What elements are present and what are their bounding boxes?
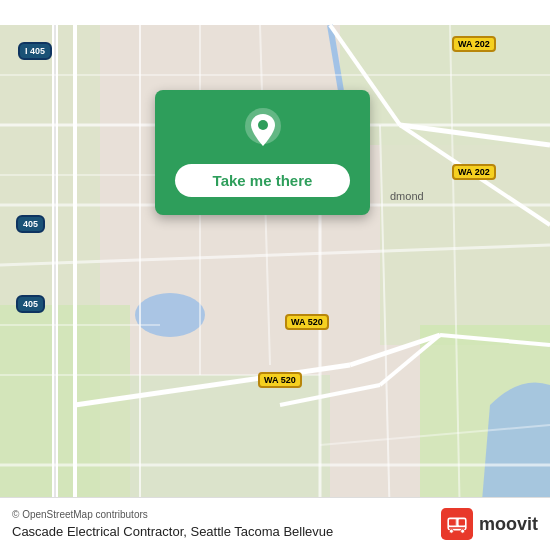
- svg-point-7: [135, 293, 205, 337]
- map-background: dmond: [0, 0, 550, 550]
- svg-rect-39: [449, 519, 455, 525]
- place-name: Cascade Electrical Contractor, Seattle T…: [12, 524, 333, 539]
- take-me-there-button[interactable]: Take me there: [175, 164, 350, 197]
- moovit-icon: [441, 508, 473, 540]
- bottom-info: © OpenStreetMap contributors Cascade Ele…: [12, 509, 333, 539]
- svg-rect-40: [459, 519, 465, 525]
- wa520-badge-lower: WA 520: [258, 372, 302, 388]
- svg-point-42: [449, 529, 453, 533]
- svg-point-36: [258, 120, 268, 130]
- wa520-badge-upper: WA 520: [285, 314, 329, 330]
- bottom-bar: © OpenStreetMap contributors Cascade Ele…: [0, 497, 550, 550]
- svg-rect-44: [455, 519, 456, 525]
- map-attribution: © OpenStreetMap contributors: [12, 509, 333, 520]
- i405-badge-mid: 405: [16, 215, 45, 233]
- wa202-badge-mid: WA 202: [452, 164, 496, 180]
- svg-point-43: [461, 529, 465, 533]
- i405-badge-top: I 405: [18, 42, 52, 60]
- moovit-logo: moovit: [441, 508, 538, 540]
- moovit-label: moovit: [479, 514, 538, 535]
- map-container: dmond I 405 405 405 WA 202 WA 202 WA 520…: [0, 0, 550, 550]
- svg-rect-41: [449, 527, 465, 529]
- i405-badge-low: 405: [16, 295, 45, 313]
- location-card: Take me there: [155, 90, 370, 215]
- svg-text:dmond: dmond: [390, 190, 424, 202]
- wa202-badge-top: WA 202: [452, 36, 496, 52]
- location-pin-icon: [239, 106, 287, 154]
- svg-rect-5: [0, 305, 130, 525]
